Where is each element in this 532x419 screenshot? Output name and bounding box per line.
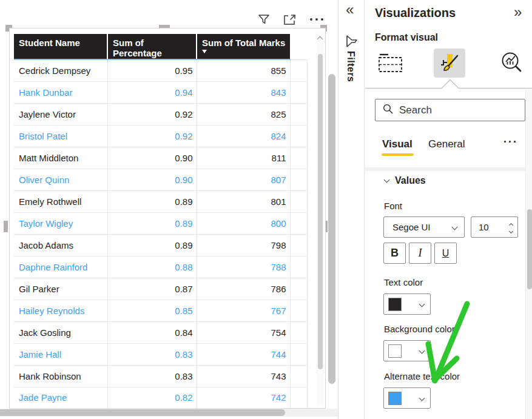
tab-visual[interactable]: Visual <box>382 138 412 150</box>
table-row[interactable]: Hailey Reynolds 0.85 767 <box>14 300 307 321</box>
values-section-header[interactable]: Values <box>385 175 426 186</box>
cell-student-name[interactable]: Gil Parker <box>14 278 107 300</box>
cell-sum-of-percentage[interactable]: 0.85 <box>107 300 197 321</box>
build-visual-tab-icon[interactable] <box>375 49 406 78</box>
cell-student-name[interactable]: Daphne Rainford <box>14 256 107 278</box>
cell-sum-of-percentage[interactable]: 0.88 <box>107 256 197 278</box>
cell-student-name[interactable]: Emely Rothwell <box>14 190 107 212</box>
cell-sum-of-percentage[interactable]: 0.94 <box>107 81 197 103</box>
cell-student-name[interactable]: Jacob Adams <box>14 234 107 256</box>
cell-sum-of-percentage[interactable]: 0.89 <box>107 234 197 256</box>
table-row[interactable]: Daphne Rainford 0.88 788 <box>14 256 307 278</box>
background-color-picker[interactable] <box>383 340 431 361</box>
cell-sum-of-total-marks[interactable]: 742 <box>197 387 290 409</box>
cell-sum-of-percentage[interactable]: 0.89 <box>107 190 197 212</box>
cell-student-name[interactable]: Oliver Quinn <box>14 169 107 190</box>
cell-student-name[interactable]: Jaylene Victor <box>14 103 107 125</box>
column-header-sum-of-percentage[interactable]: Sum of Percentage <box>107 34 197 59</box>
cell-sum-of-percentage[interactable]: 0.84 <box>107 321 197 343</box>
cell-student-name[interactable]: Matt Middleton <box>14 147 107 169</box>
underline-button[interactable]: U <box>434 243 457 264</box>
cell-sum-of-total-marks[interactable]: 800 <box>197 212 290 234</box>
text-color-swatch[interactable] <box>388 298 402 311</box>
cell-student-name[interactable]: Taylor Wigley <box>14 212 107 234</box>
tab-general[interactable]: General <box>428 138 465 150</box>
cell-sum-of-total-marks[interactable]: 824 <box>197 125 290 147</box>
cell-student-name[interactable]: Hailey Reynolds <box>14 300 107 321</box>
format-visual-tab-icon-selected[interactable] <box>434 49 465 78</box>
column-header-student-name[interactable]: Student Name <box>14 34 107 59</box>
table-row[interactable]: Bristol Patel 0.92 824 <box>14 125 307 147</box>
tabs-more-options-icon[interactable]: ··· <box>503 136 518 149</box>
alternate-text-color-swatch[interactable] <box>388 392 402 405</box>
more-options-icon[interactable] <box>309 17 325 22</box>
italic-button[interactable]: I <box>409 243 431 264</box>
search-input[interactable] <box>399 104 508 116</box>
cell-sum-of-total-marks[interactable]: 843 <box>197 81 290 103</box>
focus-mode-icon[interactable] <box>283 13 297 26</box>
pane-scrollbar-thumb[interactable] <box>527 209 532 289</box>
table-row[interactable]: Jade Payne 0.82 742 <box>14 387 307 409</box>
table-scrollbar[interactable] <box>316 32 325 407</box>
cell-sum-of-percentage[interactable]: 0.87 <box>107 278 197 300</box>
table-row[interactable]: Hank Dunbar 0.94 843 <box>14 81 307 103</box>
cell-sum-of-total-marks[interactable]: 744 <box>197 343 290 365</box>
table-visual[interactable]: Student Name Sum of Percentage Sum of To… <box>9 28 326 409</box>
cell-sum-of-total-marks[interactable]: 798 <box>197 234 290 256</box>
cell-student-name[interactable]: Jack Gosling <box>14 321 107 343</box>
canvas-vertical-scrollbar-thumb[interactable] <box>328 74 335 384</box>
cell-sum-of-percentage[interactable]: 0.90 <box>107 147 197 169</box>
column-header-sum-of-total-marks[interactable]: Sum of Total Marks <box>197 34 290 59</box>
cell-sum-of-total-marks[interactable]: 825 <box>197 103 290 125</box>
cell-sum-of-percentage[interactable]: 0.89 <box>107 212 197 234</box>
font-size-stepper[interactable]: 10 <box>471 216 518 238</box>
table-row[interactable]: Matt Middleton 0.90 811 <box>14 147 307 169</box>
cell-sum-of-total-marks[interactable]: 788 <box>197 256 290 278</box>
filters-funnel-icon[interactable] <box>344 33 360 52</box>
background-color-swatch[interactable] <box>388 344 402 358</box>
cell-student-name[interactable]: Hank Dunbar <box>14 81 107 103</box>
table-row[interactable]: Cedrick Dempsey 0.95 855 <box>14 59 307 81</box>
font-family-dropdown[interactable]: Segoe UI <box>383 216 465 238</box>
filters-pane-label[interactable]: Filters <box>345 51 356 82</box>
expand-filters-pane-icon[interactable]: « <box>346 2 354 17</box>
pane-scrollbar-track[interactable] <box>525 90 532 419</box>
cell-sum-of-total-marks[interactable]: 855 <box>197 59 290 81</box>
table-row[interactable]: Hank Robinson 0.83 743 <box>14 365 307 387</box>
filter-funnel-icon[interactable] <box>257 13 271 26</box>
cell-sum-of-percentage[interactable]: 0.82 <box>107 387 197 409</box>
bold-button[interactable]: B <box>383 243 406 264</box>
collapse-visualizations-pane-icon[interactable]: » <box>514 5 522 19</box>
cell-sum-of-total-marks[interactable]: 743 <box>197 365 290 387</box>
cell-sum-of-total-marks[interactable]: 754 <box>197 321 290 343</box>
scroll-up-icon[interactable] <box>317 36 323 42</box>
table-row[interactable]: Emely Rothwell 0.89 801 <box>14 190 307 212</box>
cell-sum-of-percentage[interactable]: 0.92 <box>107 125 197 147</box>
cell-sum-of-percentage[interactable]: 0.83 <box>107 365 197 387</box>
analytics-tab-icon[interactable] <box>496 49 528 78</box>
table-row[interactable]: Taylor Wigley 0.89 800 <box>14 212 307 234</box>
decrement-icon[interactable] <box>509 229 513 233</box>
cell-student-name[interactable]: Jade Payne <box>14 387 107 409</box>
text-color-picker[interactable] <box>383 293 431 315</box>
table-scrollbar-thumb[interactable] <box>318 54 323 369</box>
cell-sum-of-total-marks[interactable]: 801 <box>197 190 290 212</box>
cell-sum-of-percentage[interactable]: 0.95 <box>107 59 197 81</box>
cell-student-name[interactable]: Bristol Patel <box>14 125 107 147</box>
resize-handle-mid-left[interactable] <box>4 221 8 232</box>
table-row[interactable]: Oliver Quinn 0.90 807 <box>14 169 307 190</box>
cell-sum-of-total-marks[interactable]: 767 <box>197 300 290 321</box>
cell-student-name[interactable]: Cedrick Dempsey <box>14 59 107 81</box>
table-row[interactable]: Jamie Hall 0.83 744 <box>14 343 307 365</box>
cell-sum-of-total-marks[interactable]: 811 <box>197 147 290 169</box>
table-row[interactable]: Gil Parker 0.87 786 <box>14 278 307 300</box>
cell-sum-of-percentage[interactable]: 0.83 <box>107 343 197 365</box>
cell-sum-of-total-marks[interactable]: 807 <box>197 169 290 190</box>
canvas-horizontal-scrollbar-thumb[interactable] <box>0 409 285 416</box>
table-row[interactable]: Jack Gosling 0.84 754 <box>14 321 307 343</box>
cell-sum-of-total-marks[interactable]: 786 <box>197 278 290 300</box>
increment-icon[interactable] <box>509 223 513 227</box>
cell-student-name[interactable]: Hank Robinson <box>14 365 107 387</box>
table-row[interactable]: Jacob Adams 0.89 798 <box>14 234 307 256</box>
cell-student-name[interactable]: Jamie Hall <box>14 343 107 365</box>
